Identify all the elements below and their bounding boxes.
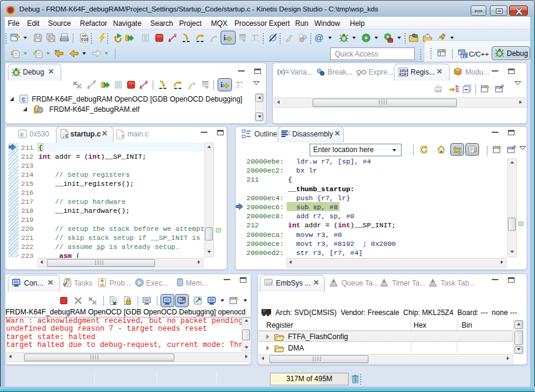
svg-text:I/O: I/O (266, 281, 272, 286)
svg-text:i: i (224, 34, 226, 42)
svg-text:.c: .c (62, 133, 69, 139)
svg-text:c: c (464, 54, 466, 58)
svg-text:@: @ (314, 33, 323, 43)
svg-text:c: c (20, 132, 24, 138)
svg-text:i: i (221, 81, 223, 89)
svg-text:0101: 0101 (399, 73, 408, 77)
svg-text:x=: x= (357, 73, 361, 76)
svg-text:010: 010 (81, 37, 88, 41)
svg-text:C: C (22, 96, 25, 103)
svg-text:.c: .c (118, 133, 125, 139)
